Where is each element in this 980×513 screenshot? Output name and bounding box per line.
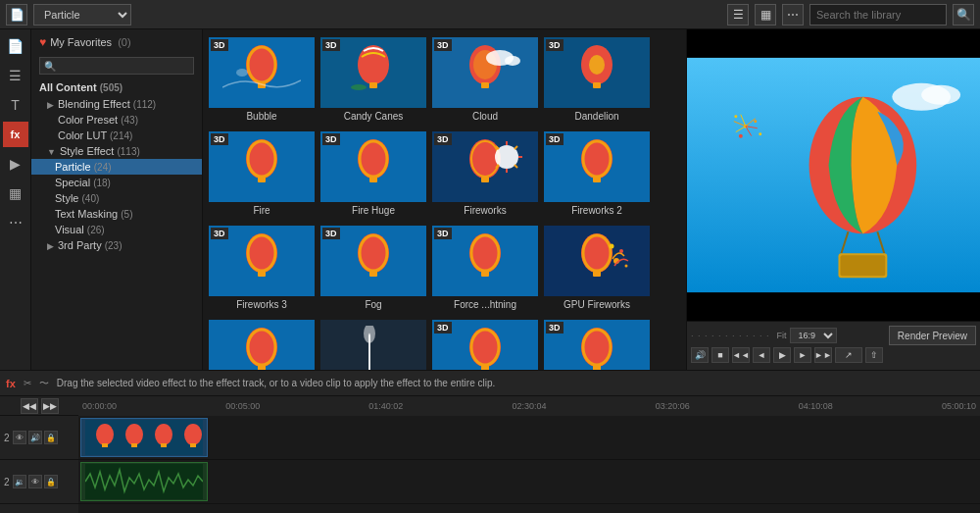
ruler-mark-0: 00:00:00 — [82, 401, 117, 411]
timeline-ruler: 00:00:00 00:05:00 01:40:02 02:30:04 03:2… — [78, 396, 980, 416]
svg-point-41 — [581, 139, 612, 179]
ruler-mark-3: 02:30:04 — [512, 401, 546, 411]
list-view-btn[interactable]: ☰ — [727, 4, 749, 26]
badge-fire-huge: 3D — [322, 133, 340, 145]
thumb-force[interactable]: 3D Force ...htning — [430, 222, 540, 314]
all-content-item[interactable]: All Content (505) — [31, 78, 202, 96]
track-eye-video[interactable]: 👁 — [13, 431, 26, 444]
balloon-img-fire — [222, 137, 301, 196]
export-btn[interactable]: ⇧ — [865, 347, 883, 363]
balloon-img-candy — [334, 43, 413, 102]
tree-3rd-party[interactable]: ▶3rd Party (23) — [31, 237, 202, 253]
balloon-img-bubble — [222, 43, 301, 102]
thumb-fire-huge[interactable]: 3D Fire Huge — [318, 128, 428, 220]
track-lock-audio[interactable]: 🔒 — [44, 475, 58, 488]
render-preview-btn[interactable]: Render Preview — [889, 326, 976, 345]
tl-fwd-btn[interactable]: ▶▶ — [41, 398, 59, 414]
thumb-fireworks3[interactable]: 3D Fireworks 3 — [207, 222, 317, 314]
thumb-r4b[interactable] — [318, 316, 428, 370]
svg-rect-51 — [369, 271, 377, 277]
category-dropdown[interactable]: Particle — [33, 4, 131, 26]
file-icon[interactable]: 📄 — [6, 4, 27, 26]
prev-frame-btn[interactable]: ◄◄ — [732, 347, 750, 363]
sidebar-file-icon[interactable]: 📄 — [3, 33, 28, 59]
svg-rect-26 — [369, 177, 377, 182]
thumb-gpu[interactable]: GPU Fireworks — [542, 222, 652, 314]
dots-view-btn[interactable]: ⋯ — [782, 4, 804, 26]
stop-btn[interactable]: ■ — [711, 347, 729, 363]
search-input[interactable] — [809, 4, 947, 26]
fwd-btn[interactable]: ► — [794, 347, 811, 363]
left-sidebar: 📄 ☰ T fx ▶ ▦ ⋯ — [0, 29, 31, 370]
grid-view-btn[interactable]: ▦ — [755, 4, 776, 26]
svg-rect-18 — [593, 82, 601, 88]
label-fireworks3: Fireworks 3 — [236, 299, 287, 310]
preview-panel: · · · · · · · · · · · · Fit 16:9 Render … — [686, 29, 980, 370]
label-dandelion: Dandelion — [574, 111, 618, 122]
track-icons-audio: 🔉 👁 🔒 — [13, 475, 58, 488]
thumb-fire[interactable]: 3D Fire — [207, 128, 317, 220]
tree-color-lut[interactable]: ▶Color LUT (214) — [31, 128, 202, 143]
thumb-fireworks2[interactable]: 3D Fireworks 2 — [542, 128, 652, 220]
svg-point-90 — [759, 132, 761, 135]
svg-rect-30 — [481, 177, 489, 182]
sidebar-more-icon[interactable]: ⋯ — [3, 210, 28, 235]
svg-rect-47 — [258, 271, 266, 277]
sidebar-cursor-icon[interactable]: ▶ — [3, 151, 28, 177]
sidebar-layers-icon[interactable]: ☰ — [3, 63, 28, 88]
svg-rect-95 — [131, 443, 137, 447]
sidebar-text-icon[interactable]: T — [3, 92, 28, 118]
tree-style-effect[interactable]: ▼Style Effect (113) — [31, 143, 202, 159]
label-fire-huge: Fire Huge — [352, 205, 395, 216]
track-row-video — [78, 416, 980, 460]
tree-visual[interactable]: Visual (26) — [31, 222, 202, 237]
preview-balloon-svg — [687, 29, 980, 321]
tree-text-masking[interactable]: Text Masking (5) — [31, 206, 202, 222]
thumb-img-dandelion: 3D — [544, 37, 650, 108]
tree-color-preset[interactable]: ▶Color Preset (43) — [31, 112, 202, 128]
thumb-bubble[interactable]: 3D Bubble — [207, 33, 317, 126]
track-clip-video[interactable] — [80, 418, 208, 457]
sidebar-grid-icon[interactable]: ▦ — [3, 180, 28, 206]
balloon-img-fireworks3 — [222, 231, 301, 290]
play-btn[interactable]: ▶ — [773, 347, 791, 363]
thumb-cloud[interactable]: 3D Cloud — [430, 33, 540, 126]
badge-fog: 3D — [322, 228, 340, 239]
svg-point-20 — [246, 139, 277, 179]
thumb-fireworks[interactable]: 3D Fireworks — [430, 128, 540, 220]
effects-panel: ♥ My Favorites (0) All Content (505) ▶Bl… — [31, 29, 203, 370]
thumb-img-fireworks: 3D — [432, 131, 538, 202]
track-speaker-audio[interactable]: 🔉 — [13, 475, 26, 488]
next-frame-btn[interactable]: ►► — [814, 347, 832, 363]
thumb-dandelion[interactable]: 3D Dandelion — [542, 33, 652, 126]
tree-style[interactable]: Style (40) — [31, 190, 202, 206]
tree-area: All Content (505) ▶Blending Effect (112)… — [31, 78, 202, 370]
thumb-r4d[interactable]: 3D — [542, 316, 652, 370]
thumb-img-r4d: 3D — [544, 320, 650, 370]
back-btn[interactable]: ◄ — [753, 347, 770, 363]
tl-back-btn[interactable]: ◀◀ — [21, 398, 38, 414]
fit-label: Fit — [777, 331, 787, 340]
thumb-r4a[interactable] — [207, 316, 317, 370]
track-clip-audio[interactable] — [80, 462, 208, 501]
thumb-r4c[interactable]: 3D — [430, 316, 540, 370]
fullscreen-btn[interactable]: ↗ — [835, 347, 862, 363]
track-labels: 2 👁 🔊 🔒 2 🔉 👁 🔒 — [0, 416, 78, 513]
tree-special[interactable]: Special (18) — [31, 175, 202, 190]
thumb-img-fire-huge: 3D — [320, 131, 426, 202]
panel-search-input[interactable] — [39, 57, 194, 75]
thumb-fog[interactable]: 3D Fog — [318, 222, 428, 314]
fx-label: fx — [6, 378, 16, 389]
track-eye-audio[interactable]: 👁 — [28, 475, 42, 488]
vol-icon[interactable]: 🔊 — [691, 347, 709, 363]
thumb-candy[interactable]: 3D Candy Canes — [318, 33, 428, 126]
tree-particle[interactable]: Particle (24) — [31, 159, 202, 175]
track-lock-video[interactable]: 🔒 — [44, 431, 58, 444]
tree-blending-effect[interactable]: ▶Blending Effect (112) — [31, 96, 202, 112]
search-icon[interactable]: 🔍 — [953, 4, 974, 26]
heart-icon: ♥ — [39, 35, 46, 49]
thumb-img-r4c: 3D — [432, 320, 538, 370]
track-vol-video[interactable]: 🔊 — [28, 431, 42, 444]
sidebar-fx-icon[interactable]: fx — [3, 122, 28, 147]
aspect-dropdown[interactable]: 16:9 — [790, 328, 837, 343]
